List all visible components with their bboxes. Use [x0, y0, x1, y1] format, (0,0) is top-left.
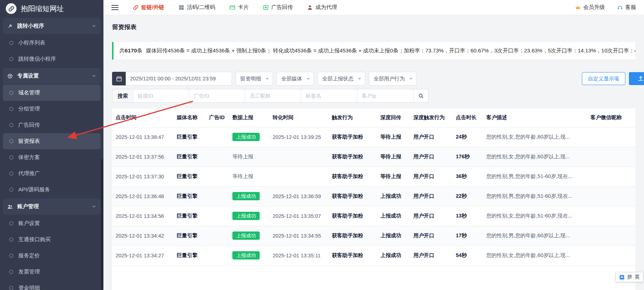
- table-row: 2025-12-01 13:34:56巨量引擎上报成功2025-12-01 13…: [112, 206, 635, 226]
- cell-desc: 您的性别,女,您的年龄,60岁以上,现...: [483, 245, 587, 265]
- nav-item-label: 活码/二维码: [187, 4, 215, 11]
- nav-item[interactable]: 活码/二维码: [179, 4, 215, 11]
- palette-icon: [7, 73, 13, 79]
- sidebar-item[interactable]: 小程序列表: [3, 35, 101, 51]
- link-icon: [6, 3, 17, 14]
- ime-english-toggle[interactable]: 英: [635, 274, 640, 280]
- cell-duration: 54秒: [452, 245, 483, 265]
- sidebar-scrollbar[interactable]: [101, 159, 103, 290]
- select-value: 全部媒体: [281, 75, 302, 82]
- column-header: 媒体名称: [173, 108, 205, 127]
- circle-icon: [9, 139, 13, 143]
- search-inputs: [133, 89, 413, 103]
- sidebar-item[interactable]: 代理推广: [3, 165, 101, 182]
- cell-report: 上报成功: [229, 186, 269, 206]
- nav-item[interactable]: 短链/外链: [133, 4, 164, 11]
- filter-select-2[interactable]: 全部媒体: [277, 72, 314, 85]
- cell-ad-id: [205, 127, 229, 147]
- cell-ad-id: [205, 167, 229, 186]
- cell-wechat: [587, 167, 634, 186]
- nav-item[interactable]: 会员升级: [575, 4, 605, 11]
- cell-deep-report: 上报成功: [377, 226, 410, 245]
- cell-trigger: 获客助手加粉: [328, 147, 377, 167]
- cell-convert-time: 2025-12-01 13:36:59: [269, 186, 328, 206]
- ime-icon: [619, 275, 625, 280]
- select-value: 全部用户行为: [374, 75, 405, 82]
- cell-report: 上报成功: [229, 226, 269, 245]
- hamburger-menu-icon[interactable]: [111, 5, 119, 10]
- calendar-icon[interactable]: [112, 72, 126, 85]
- search-field-4[interactable]: [301, 89, 357, 103]
- customize-columns-button[interactable]: 自定义显示项: [582, 72, 625, 85]
- cell-ad-id: [205, 206, 229, 226]
- sidebar-item[interactable]: 互通接口购买: [3, 231, 101, 248]
- sidebar-item[interactable]: 跳转微信小程序: [3, 51, 101, 67]
- cell-deep-trigger: 用户开口: [410, 167, 452, 186]
- sidebar-item[interactable]: 广告回传: [3, 117, 101, 133]
- sidebar-section-label: 跳转小程序: [17, 23, 44, 29]
- circle-icon: [9, 107, 13, 111]
- sidebar-item[interactable]: 资金明细: [3, 280, 101, 290]
- nav-item[interactable]: 客服: [617, 4, 636, 11]
- sidebar-item[interactable]: 服务定价: [3, 248, 101, 264]
- search-field-2[interactable]: [189, 89, 245, 103]
- cell-ad-id: [205, 147, 229, 167]
- cell-media: 巨量引擎: [173, 206, 205, 226]
- sidebar-menu: 跳转小程序小程序列表跳转微信小程序专属设置域名管理分组管理广告回传留资报表保密方…: [0, 18, 103, 290]
- sidebar-item[interactable]: API/源码服务: [3, 182, 101, 198]
- sidebar-section-1[interactable]: 跳转小程序: [3, 18, 101, 34]
- search-field-1[interactable]: [133, 89, 189, 103]
- cell-trigger: 获客助手加粉: [328, 186, 377, 206]
- sidebar-item[interactable]: 分组管理: [3, 101, 101, 117]
- chevron-down-icon: [306, 76, 310, 81]
- circle-icon: [9, 270, 13, 274]
- nav-item[interactable]: 卡片: [230, 4, 249, 11]
- search-button[interactable]: [413, 89, 428, 103]
- column-header: 客户微信昵称: [587, 108, 634, 127]
- app-logo[interactable]: 抱阳缩短网址: [0, 0, 103, 17]
- filter-row: 留资明细全部媒体全部上报状态全部用户行为 自定义显示项: [112, 72, 635, 85]
- summary-total: 6170: [125, 47, 137, 53]
- nav-right-group: 会员升级客服: [575, 4, 636, 11]
- table-header-row: 点击时间媒体名称广告ID数据上报转化时间触发行为深度回传深度触发行为点击时长客户…: [112, 108, 635, 127]
- nav-item[interactable]: 成为代理: [307, 4, 337, 11]
- cell-media: 巨量引擎: [173, 186, 205, 206]
- cell-trigger: 获客助手加粉: [328, 206, 377, 226]
- sidebar-item[interactable]: 发票管理: [3, 264, 101, 280]
- cell-wechat: [587, 127, 634, 147]
- cell-report: 上报成功: [229, 127, 269, 147]
- cell-duration: 13秒: [452, 206, 483, 226]
- export-button[interactable]: [629, 72, 644, 85]
- filter-select-3[interactable]: 全部上报状态: [318, 72, 365, 85]
- sidebar-item[interactable]: 账户设置: [3, 215, 101, 231]
- ime-pinyin-toggle[interactable]: 拼: [627, 274, 632, 280]
- sidebar-section-2[interactable]: 专属设置: [3, 68, 101, 84]
- cell-wechat: [587, 147, 634, 167]
- cell-trigger: 获客助手加粉: [328, 127, 377, 147]
- cell-duration: 17秒: [452, 226, 483, 245]
- sidebar-item-label: 留资报表: [18, 138, 40, 145]
- search-field-5[interactable]: [357, 89, 413, 103]
- cell-wechat: [587, 186, 634, 206]
- cell-media: 巨量引擎: [173, 226, 205, 245]
- nav-item-label: 短链/外链: [141, 4, 164, 11]
- cell-deep-trigger: 用户开口: [410, 127, 452, 147]
- sidebar-section-3[interactable]: 账户管理: [3, 198, 101, 215]
- search-field-3[interactable]: [245, 89, 301, 103]
- nav-item-label: 会员升级: [583, 4, 605, 11]
- jump-icon: [7, 23, 13, 29]
- sidebar-item[interactable]: 留资报表: [3, 133, 101, 149]
- cell-report: 等待上报: [229, 167, 269, 186]
- table-row: 2025-12-01 13:37:56巨量引擎等待上报获客助手加粉等待上报用户开…: [112, 147, 635, 167]
- cell-click-time: 2025-12-01 13:34:27: [112, 245, 173, 265]
- nav-item[interactable]: 广告回传: [263, 4, 293, 11]
- date-range-input[interactable]: [126, 72, 232, 85]
- cell-media: 巨量引擎: [173, 167, 205, 186]
- sidebar-item[interactable]: 域名管理: [3, 85, 101, 101]
- sidebar-item[interactable]: 保密方案: [3, 149, 101, 165]
- filter-select-4[interactable]: 全部用户行为: [369, 72, 417, 85]
- cell-trigger: 获客助手加粉: [328, 226, 377, 245]
- content: 留资报表 共6170条媒体回传4536条 = 成功上报4536条 + 强制上报0…: [103, 15, 644, 290]
- status-badge: 上报成功: [232, 212, 260, 220]
- filter-select-1[interactable]: 留资明细: [236, 72, 273, 85]
